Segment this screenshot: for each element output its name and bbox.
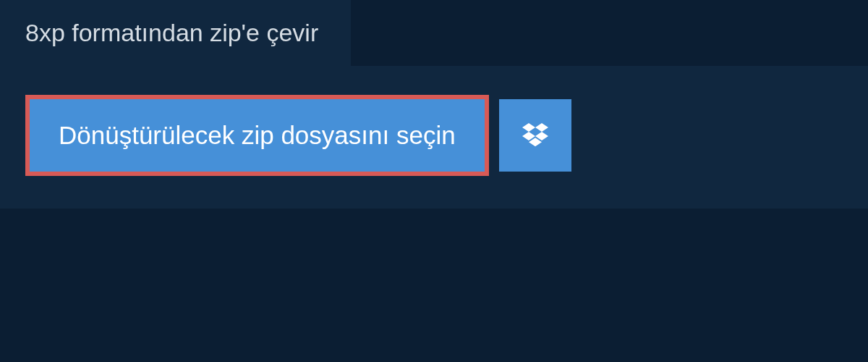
select-file-button-label: Dönüştürülecek zip dosyasını seçin	[59, 121, 456, 149]
tab-bar: 8xp formatından zip'e çevir	[0, 0, 868, 66]
select-file-button[interactable]: Dönüştürülecek zip dosyasını seçin	[25, 95, 489, 176]
converter-panel: Dönüştürülecek zip dosyasını seçin	[0, 66, 868, 209]
tab-title: 8xp formatından zip'e çevir	[25, 19, 318, 46]
dropbox-upload-button[interactable]	[499, 99, 571, 172]
dropbox-icon	[522, 121, 548, 150]
tab-active[interactable]: 8xp formatından zip'e çevir	[0, 0, 351, 66]
